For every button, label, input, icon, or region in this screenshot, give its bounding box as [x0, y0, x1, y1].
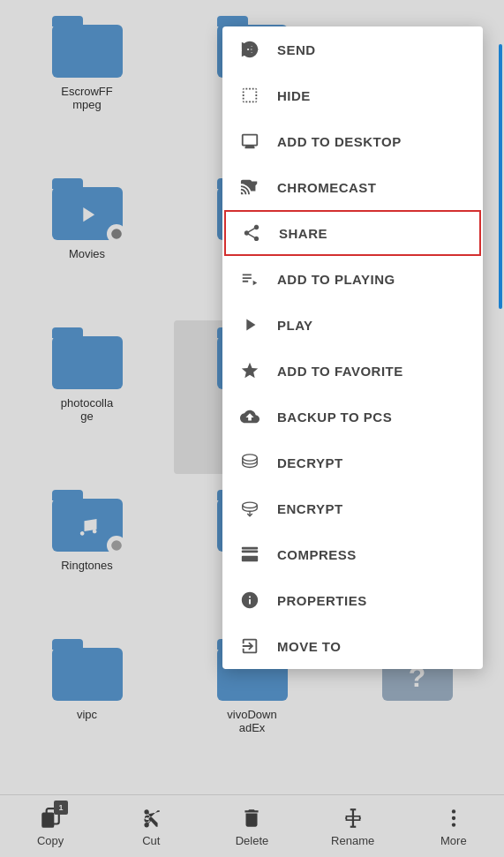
menu-item-backup-to-pcs[interactable]: BACKUP TO PCS [222, 394, 483, 440]
menu-item-add-to-favorite[interactable]: ADD TO FAVORITE [222, 348, 483, 394]
play-icon [238, 313, 261, 336]
send-icon [238, 38, 261, 61]
encrypt-icon [238, 497, 261, 520]
compress-icon [238, 543, 261, 566]
desktop-icon [238, 130, 261, 153]
menu-label-add-to-favorite: ADD TO FAVORITE [277, 364, 403, 379]
menu-label-backup-to-pcs: BACKUP TO PCS [277, 410, 392, 425]
chromecast-icon [238, 176, 261, 199]
share-icon [240, 222, 263, 244]
menu-label-chromecast: CHROMECAST [277, 180, 377, 195]
menu-label-compress: COMPRESS [277, 547, 357, 562]
svg-rect-7 [242, 547, 258, 550]
menu-label-hide: HIDE [277, 88, 311, 103]
menu-item-share[interactable]: SHARE [224, 210, 481, 256]
info-icon [238, 589, 261, 612]
move-icon [238, 635, 261, 658]
menu-item-hide[interactable]: HIDE [222, 72, 483, 118]
menu-item-decrypt[interactable]: DECRYPT [222, 440, 483, 485]
menu-item-properties[interactable]: PROPERTIES [222, 577, 483, 623]
menu-item-play[interactable]: PLAY [222, 302, 483, 348]
star-icon [238, 359, 261, 382]
menu-label-encrypt: ENCRYPT [277, 501, 343, 516]
menu-item-send[interactable]: SEND [222, 26, 483, 72]
decrypt-icon [238, 451, 261, 474]
svg-point-4 [243, 455, 258, 461]
menu-label-add-to-playing: ADD TO PLAYING [277, 272, 395, 287]
playlist-icon [238, 267, 261, 290]
svg-rect-9 [242, 556, 258, 561]
hide-icon [238, 84, 261, 107]
menu-label-move-to: MOVE TO [277, 639, 341, 654]
menu-label-properties: PROPERTIES [277, 593, 367, 608]
backup-icon [238, 405, 261, 428]
menu-item-chromecast[interactable]: CHROMECAST [222, 164, 483, 210]
menu-item-encrypt[interactable]: ENCRYPT [222, 485, 483, 531]
menu-label-add-to-desktop: ADD TO DESKTOP [277, 134, 402, 149]
menu-label-send: SEND [277, 42, 316, 57]
context-menu: SEND HIDE ADD TO DESKTOP CHROMECAST [222, 26, 483, 669]
menu-label-play: PLAY [277, 318, 313, 333]
svg-point-5 [243, 502, 258, 507]
menu-item-compress[interactable]: COMPRESS [222, 531, 483, 577]
menu-item-add-to-desktop[interactable]: ADD TO DESKTOP [222, 118, 483, 164]
menu-item-move-to[interactable]: MOVE TO [222, 623, 483, 669]
menu-label-decrypt: DECRYPT [277, 455, 343, 470]
svg-rect-8 [242, 550, 258, 553]
menu-label-share: SHARE [279, 226, 327, 241]
menu-item-add-to-playing[interactable]: ADD TO PLAYING [222, 256, 483, 302]
